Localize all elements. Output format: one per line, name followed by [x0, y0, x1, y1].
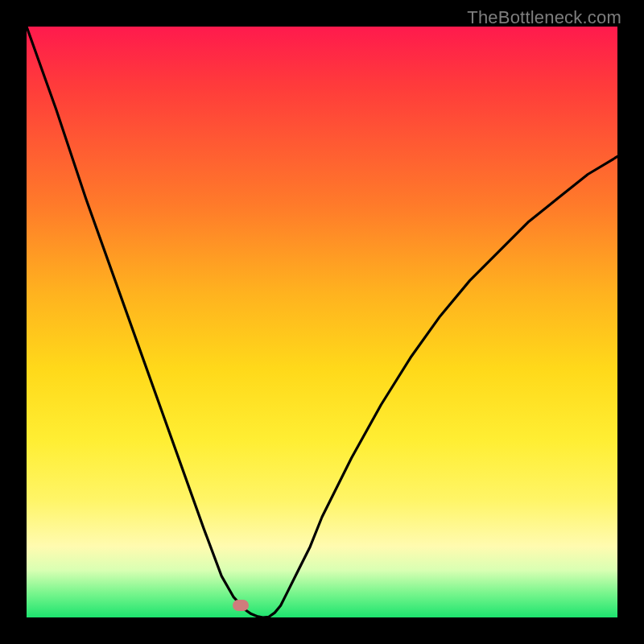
watermark-text: TheBottleneck.com	[467, 7, 621, 28]
bottleneck-curve	[27, 27, 617, 617]
outer-frame: TheBottleneck.com	[0, 0, 644, 644]
optimum-marker	[233, 600, 249, 611]
